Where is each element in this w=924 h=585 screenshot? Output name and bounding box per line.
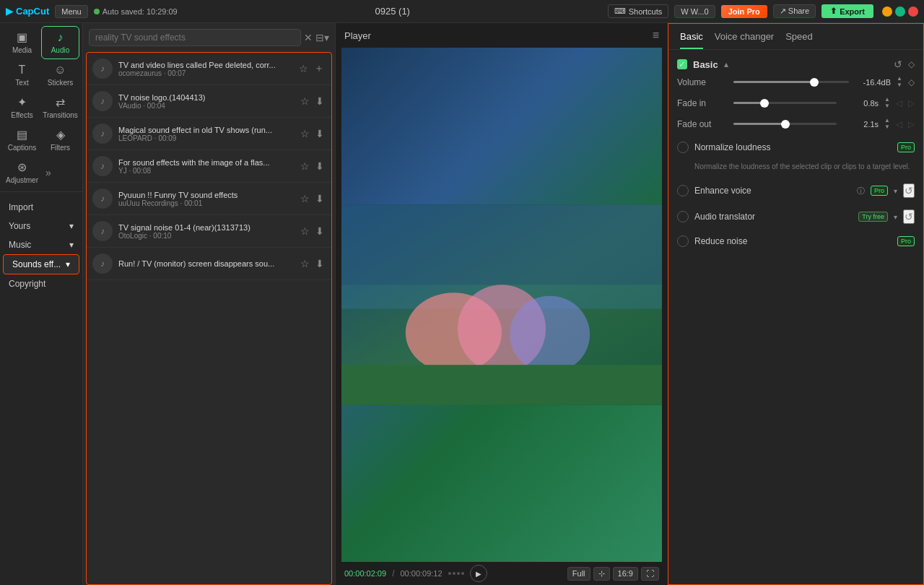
download-button[interactable]: ⬇ <box>314 256 326 271</box>
download-button[interactable]: ⬇ <box>314 224 326 238</box>
list-item[interactable]: ♪ For sound effects with the image of a … <box>87 150 331 183</box>
favorite-button[interactable]: ☆ <box>299 224 311 238</box>
shortcuts-button[interactable]: ⌨ Shortcuts <box>608 4 668 18</box>
list-item[interactable]: ♪ Run! / TV (monitor) screen disappears … <box>87 248 331 280</box>
tab-speed[interactable]: Speed <box>785 31 813 49</box>
fade-in-down-button[interactable]: ▼ <box>884 103 890 109</box>
share-button[interactable]: ↗ Share <box>773 4 816 18</box>
tab-basic[interactable]: Basic <box>680 31 703 49</box>
favorite-button[interactable]: ☆ <box>299 94 311 108</box>
search-clear-button[interactable]: ✕ <box>304 32 313 43</box>
fade-in-keyframe2-button[interactable]: ▷ <box>908 98 915 108</box>
time-total: 00:00:09:12 <box>400 569 442 578</box>
fade-out-slider[interactable] <box>733 123 837 125</box>
fade-in-up-button[interactable]: ▲ <box>884 97 890 103</box>
nav-sounds[interactable]: Sounds eff... ▾ <box>3 254 79 274</box>
tool-stickers[interactable]: ☺ Stickers <box>41 59 79 91</box>
volume-thumb[interactable] <box>810 78 819 87</box>
menu-button[interactable]: Menu <box>55 5 88 18</box>
tool-adjustmer[interactable]: ⊛ Adjustmer <box>3 156 41 188</box>
favorite-button[interactable]: ☆ <box>299 126 311 141</box>
list-item[interactable]: ♪ Pyuuun !! Funny TV sound effects uuUuu… <box>87 183 331 215</box>
favorite-button[interactable]: ☆ <box>299 191 311 206</box>
tool-transitions[interactable]: ⇄ Transitions <box>41 91 79 124</box>
fade-out-keyframe2-button[interactable]: ▷ <box>908 119 915 129</box>
fade-out-up-button[interactable]: ▲ <box>884 118 890 124</box>
list-item[interactable]: ♪ TV and video lines called Pee deleted,… <box>87 53 331 85</box>
fade-out-stepper: ▲ ▼ <box>884 118 890 130</box>
volume-keyframe-button[interactable]: ◇ <box>908 77 915 87</box>
list-item[interactable]: ♪ TV signal noise 01-4 (near)(1313713) O… <box>87 215 331 248</box>
filter-button[interactable]: ⊟▾ <box>315 32 329 43</box>
audio-translator-reset[interactable]: ↺ <box>903 209 915 224</box>
nav-yours[interactable]: Yours ▾ <box>0 217 82 235</box>
normalize-label: Normalize loudness <box>694 142 892 152</box>
join-pro-button[interactable]: Join Pro <box>721 5 767 18</box>
list-item[interactable]: ♪ TV noise logo.(1404413) VAudio · 00:04… <box>87 85 331 118</box>
close-button[interactable] <box>908 6 918 17</box>
enhance-voice-reset[interactable]: ↺ <box>903 183 915 198</box>
fullscreen-button[interactable]: Full <box>567 567 590 581</box>
tab-voice-changer[interactable]: Voice changer <box>715 31 774 49</box>
fade-in-keyframe-button[interactable]: ◁ <box>896 98 902 108</box>
minimize-button[interactable] <box>882 6 892 17</box>
player-menu-button[interactable]: ≡ <box>653 29 659 42</box>
basic-checkbox[interactable]: ✓ <box>677 59 687 69</box>
volume-value: -16.4dB <box>855 78 891 87</box>
volume-row: Volume -16.4dB ▲ ▼ ◇ <box>677 76 915 88</box>
favorite-button[interactable]: ☆ <box>299 159 311 173</box>
tool-audio[interactable]: ♪ Audio <box>41 26 79 59</box>
enhance-voice-toggle[interactable] <box>677 185 689 196</box>
view-controls: Full ⊹ 16:9 ⛶ <box>567 567 659 581</box>
aspect-ratio-button[interactable]: 16:9 <box>613 567 638 581</box>
tool-effects[interactable]: ✦ Effects <box>3 91 41 124</box>
list-item[interactable]: ♪ Magical sound effect in old TV shows (… <box>87 118 331 150</box>
fade-out-down-button[interactable]: ▼ <box>884 124 890 130</box>
add-button[interactable]: ＋ <box>313 61 326 77</box>
audio-translator-label: Audio translator <box>694 212 853 222</box>
basic-section-title[interactable]: Basic <box>693 59 718 70</box>
favorite-button[interactable]: ☆ <box>299 256 311 271</box>
workspace-button[interactable]: W W...0 <box>674 5 715 18</box>
reset-button[interactable]: ↺ <box>894 58 902 70</box>
expand-button[interactable]: ⛶ <box>641 567 659 581</box>
export-button[interactable]: ⬆ Export <box>821 4 873 18</box>
volume-slider[interactable] <box>733 81 849 83</box>
more-tools-button[interactable]: » <box>41 167 56 178</box>
nav-copyright[interactable]: Copyright <box>0 274 82 293</box>
fade-in-thumb[interactable] <box>760 99 769 108</box>
svg-rect-9 <box>341 365 662 405</box>
volume-up-button[interactable]: ▲ <box>897 76 902 82</box>
reduce-noise-toggle[interactable] <box>677 235 689 247</box>
normalize-toggle[interactable] <box>677 142 689 153</box>
sound-actions: ☆ ⬇ <box>299 256 326 271</box>
enhance-voice-chevron[interactable]: ▾ <box>894 187 897 195</box>
fade-in-slider[interactable] <box>733 102 837 104</box>
keyframe-button[interactable]: ◇ <box>908 59 915 69</box>
fade-out-keyframe-button[interactable]: ◁ <box>896 119 902 129</box>
download-button[interactable]: ⬇ <box>314 126 326 141</box>
player-header: Player ≡ <box>336 23 668 48</box>
download-button[interactable]: ⬇ <box>314 94 326 108</box>
tool-text[interactable]: T Text <box>3 59 41 91</box>
favorite-button[interactable]: ☆ <box>297 61 310 77</box>
nav-music[interactable]: Music ▾ <box>0 235 82 254</box>
download-button[interactable]: ⬇ <box>314 159 326 173</box>
search-input[interactable] <box>89 29 301 46</box>
enhance-voice-row: Enhance voice ⓘ Pro ▾ ↺ <box>677 181 915 201</box>
download-button[interactable]: ⬇ <box>314 191 326 206</box>
volume-down-button[interactable]: ▼ <box>897 82 902 88</box>
tool-filters[interactable]: ◈ Filters <box>41 124 79 156</box>
nav-import[interactable]: Import <box>0 198 82 217</box>
normalize-description: Normalize the loudness of the selected c… <box>677 162 915 172</box>
play-button[interactable]: ▶ <box>470 565 487 582</box>
audio-translator-chevron[interactable]: ▾ <box>894 213 897 221</box>
time-current: 00:00:02:09 <box>344 569 386 578</box>
crop-button[interactable]: ⊹ <box>593 567 610 581</box>
audio-translator-toggle[interactable] <box>677 211 689 222</box>
tool-media[interactable]: ▣ Media <box>3 26 41 59</box>
tool-captions[interactable]: ▤ Captions <box>3 124 41 156</box>
sound-info: Magical sound effect in old TV shows (ru… <box>118 126 293 142</box>
fade-out-thumb[interactable] <box>781 120 790 129</box>
maximize-button[interactable] <box>895 6 905 17</box>
